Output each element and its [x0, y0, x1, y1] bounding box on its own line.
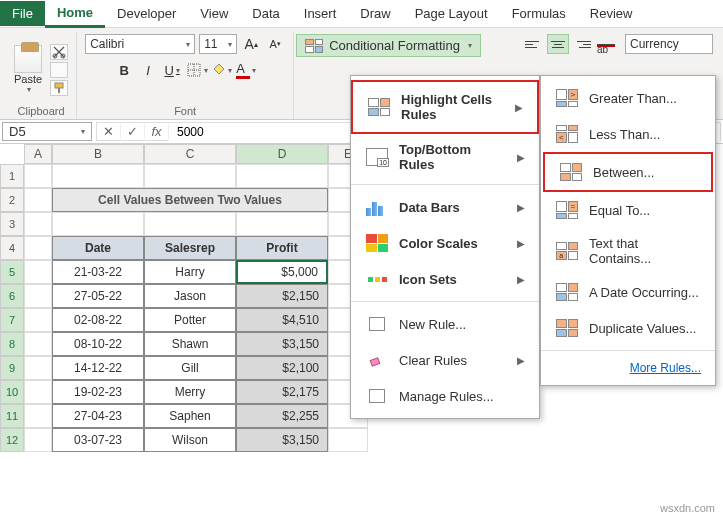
cell-profit[interactable]: $3,150: [236, 332, 328, 356]
menu-date-occurring[interactable]: A Date Occurring...: [541, 274, 715, 310]
row-header[interactable]: 1: [0, 164, 24, 188]
col-header-D[interactable]: D: [236, 144, 328, 164]
row-header[interactable]: 11: [0, 404, 24, 428]
cell-date[interactable]: 27-05-22: [52, 284, 144, 308]
cell[interactable]: [328, 428, 368, 452]
cell[interactable]: [24, 380, 52, 404]
row-header[interactable]: 6: [0, 284, 24, 308]
menu-more-rules[interactable]: More Rules...: [541, 355, 715, 381]
cell-profit[interactable]: $2,100: [236, 356, 328, 380]
conditional-formatting-button[interactable]: Conditional Formatting▾: [296, 34, 481, 57]
format-painter-icon[interactable]: [50, 80, 68, 96]
font-size-combo[interactable]: 11▾: [199, 34, 237, 54]
tab-view[interactable]: View: [188, 1, 240, 26]
row-header[interactable]: 4: [0, 236, 24, 260]
tab-developer[interactable]: Developer: [105, 1, 188, 26]
cell[interactable]: [24, 404, 52, 428]
cell[interactable]: [24, 284, 52, 308]
cell[interactable]: [24, 332, 52, 356]
cell-salesrep[interactable]: Potter: [144, 308, 236, 332]
menu-less-than[interactable]: < Less Than...: [541, 116, 715, 152]
paste-icon[interactable]: [14, 45, 42, 73]
tab-file[interactable]: File: [0, 1, 45, 26]
row-header[interactable]: 5: [0, 260, 24, 284]
cancel-button[interactable]: ✕: [97, 124, 121, 139]
cell-date[interactable]: 21-03-22: [52, 260, 144, 284]
cell-salesrep[interactable]: Shawn: [144, 332, 236, 356]
fill-color-button[interactable]: ▾: [212, 60, 232, 80]
cell-salesrep[interactable]: Saphen: [144, 404, 236, 428]
cell[interactable]: [24, 188, 52, 212]
menu-icon-sets[interactable]: Icon Sets▶: [351, 261, 539, 297]
tab-home[interactable]: Home: [45, 0, 105, 28]
cell-date[interactable]: 08-10-22: [52, 332, 144, 356]
cell[interactable]: [24, 356, 52, 380]
menu-top-bottom-rules[interactable]: Top/Bottom Rules▶: [351, 134, 539, 180]
menu-data-bars[interactable]: Data Bars▶: [351, 189, 539, 225]
row-header[interactable]: 8: [0, 332, 24, 356]
cell[interactable]: [236, 212, 328, 236]
cell[interactable]: [144, 164, 236, 188]
row-header[interactable]: 3: [0, 212, 24, 236]
font-color-button[interactable]: A▾: [236, 60, 256, 80]
row-header[interactable]: 9: [0, 356, 24, 380]
header-profit[interactable]: Profit: [236, 236, 328, 260]
font-family-combo[interactable]: Calibri▾: [85, 34, 195, 54]
borders-button[interactable]: ▾: [186, 60, 208, 80]
wrap-text-button[interactable]: ab: [595, 34, 617, 54]
copy-icon[interactable]: [50, 62, 68, 78]
cell-date[interactable]: 02-08-22: [52, 308, 144, 332]
row-header[interactable]: 7: [0, 308, 24, 332]
align-right-button[interactable]: [571, 34, 593, 54]
bold-button[interactable]: B: [114, 60, 134, 80]
underline-button[interactable]: U▾: [162, 60, 182, 80]
align-left-button[interactable]: [523, 34, 545, 54]
italic-button[interactable]: I: [138, 60, 158, 80]
cell[interactable]: [24, 260, 52, 284]
align-center-button[interactable]: [547, 34, 569, 54]
cell[interactable]: [24, 308, 52, 332]
cell-profit[interactable]: $2,255: [236, 404, 328, 428]
cell-profit[interactable]: $2,150: [236, 284, 328, 308]
decrease-font-icon[interactable]: A▾: [265, 34, 285, 54]
cell-salesrep[interactable]: Merry: [144, 380, 236, 404]
cell-salesrep[interactable]: Harry: [144, 260, 236, 284]
cell[interactable]: [24, 428, 52, 452]
cell[interactable]: [24, 236, 52, 260]
fx-button[interactable]: fx: [145, 124, 169, 139]
menu-greater-than[interactable]: > Greater Than...: [541, 80, 715, 116]
cell-salesrep[interactable]: Gill: [144, 356, 236, 380]
cell-date[interactable]: 19-02-23: [52, 380, 144, 404]
menu-clear-rules[interactable]: Clear Rules▶: [351, 342, 539, 378]
cut-icon[interactable]: [50, 44, 68, 60]
cell-profit[interactable]: $4,510: [236, 308, 328, 332]
cell[interactable]: [52, 164, 144, 188]
cell[interactable]: [24, 212, 52, 236]
col-header-A[interactable]: A: [24, 144, 52, 164]
increase-font-icon[interactable]: A▴: [241, 34, 261, 54]
cell-date[interactable]: 03-07-23: [52, 428, 144, 452]
row-header[interactable]: 12: [0, 428, 24, 452]
tab-page-layout[interactable]: Page Layout: [403, 1, 500, 26]
menu-manage-rules[interactable]: Manage Rules...: [351, 378, 539, 414]
cell[interactable]: [236, 164, 328, 188]
cell-date[interactable]: 27-04-23: [52, 404, 144, 428]
name-box[interactable]: D5▾: [2, 122, 92, 141]
cell-salesrep[interactable]: Jason: [144, 284, 236, 308]
tab-insert[interactable]: Insert: [292, 1, 349, 26]
menu-text-contains[interactable]: a Text that Contains...: [541, 228, 715, 274]
menu-highlight-cells-rules[interactable]: Highlight Cells Rules▶: [353, 84, 537, 130]
menu-new-rule[interactable]: New Rule...: [351, 306, 539, 342]
cell[interactable]: [24, 164, 52, 188]
header-date[interactable]: Date: [52, 236, 144, 260]
cell[interactable]: [144, 212, 236, 236]
tab-review[interactable]: Review: [578, 1, 645, 26]
col-header-C[interactable]: C: [144, 144, 236, 164]
title-cell[interactable]: Cell Values Between Two Values: [52, 188, 328, 212]
col-header-B[interactable]: B: [52, 144, 144, 164]
row-header[interactable]: 10: [0, 380, 24, 404]
tab-data[interactable]: Data: [240, 1, 291, 26]
cell-date[interactable]: 14-12-22: [52, 356, 144, 380]
enter-button[interactable]: ✓: [121, 124, 145, 139]
cell-profit[interactable]: $5,000: [236, 260, 328, 284]
